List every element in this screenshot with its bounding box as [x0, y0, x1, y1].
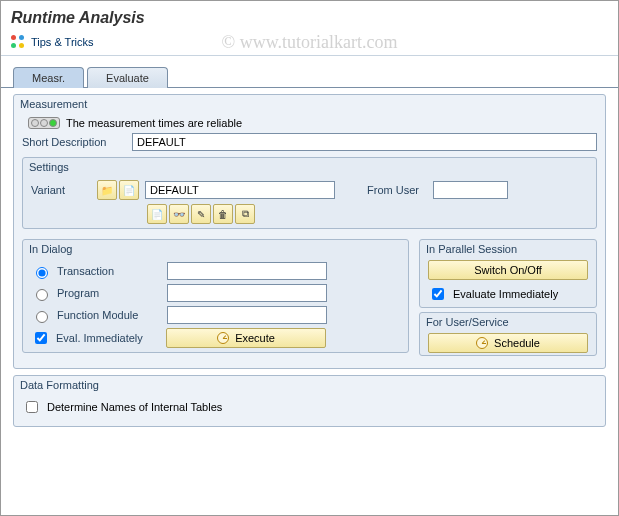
- in-dialog-title: In Dialog: [23, 240, 408, 258]
- parallel-title: In Parallel Session: [420, 240, 596, 258]
- in-dialog-group: In Dialog Transaction Program: [22, 239, 409, 353]
- variant-display-icon[interactable]: 📄: [119, 180, 139, 200]
- clock-icon: [217, 332, 229, 344]
- function-module-radio[interactable]: [36, 311, 48, 323]
- data-formatting-title: Data Formatting: [14, 376, 605, 394]
- execute-button[interactable]: Execute: [166, 328, 326, 348]
- tips-label: Tips & Tricks: [31, 36, 94, 48]
- transaction-radio[interactable]: [36, 267, 48, 279]
- eval-immediately-label: Eval. Immediately: [56, 332, 160, 344]
- short-desc-label: Short Description: [22, 136, 126, 148]
- delete-icon[interactable]: 🗑: [213, 204, 233, 224]
- function-module-input[interactable]: [167, 306, 327, 324]
- tab-content: Measurement The measurement times are re…: [1, 88, 618, 439]
- from-user-label: From User: [367, 184, 427, 196]
- display-icon[interactable]: 👓: [169, 204, 189, 224]
- schedule-button[interactable]: Schedule: [428, 333, 588, 353]
- program-label: Program: [57, 287, 161, 299]
- eval-immediately-check[interactable]: [35, 332, 47, 344]
- execute-label: Execute: [235, 332, 275, 344]
- data-formatting-group: Data Formatting Determine Names of Inter…: [13, 375, 606, 427]
- program-input[interactable]: [167, 284, 327, 302]
- change-icon[interactable]: ✎: [191, 204, 211, 224]
- variant-input[interactable]: [145, 181, 335, 199]
- traffic-light-icon: [28, 117, 60, 129]
- determine-names-check[interactable]: [26, 401, 38, 413]
- for-user-group: For User/Service Schedule: [419, 312, 597, 356]
- tab-strip: Measr. Evaluate: [1, 66, 618, 88]
- schedule-label: Schedule: [494, 337, 540, 349]
- transaction-label: Transaction: [57, 265, 161, 277]
- determine-names-label: Determine Names of Internal Tables: [47, 401, 222, 413]
- page-title: Runtime Analysis: [1, 1, 618, 31]
- create-icon[interactable]: 📄: [147, 204, 167, 224]
- transaction-input[interactable]: [167, 262, 327, 280]
- measurement-group: Measurement The measurement times are re…: [13, 94, 606, 369]
- settings-title: Settings: [23, 158, 596, 176]
- settings-group: Settings Variant 📁 📄 From User: [22, 157, 597, 229]
- function-module-label: Function Module: [57, 309, 161, 321]
- switch-onoff-button[interactable]: Switch On/Off: [428, 260, 588, 280]
- variant-label: Variant: [31, 184, 91, 196]
- parallel-session-group: In Parallel Session Switch On/Off Evalua…: [419, 239, 597, 308]
- evaluate-immediately-label: Evaluate Immediately: [453, 288, 558, 300]
- tips-tricks-button[interactable]: Tips & Tricks: [11, 35, 94, 49]
- tab-evaluate[interactable]: Evaluate: [87, 67, 168, 88]
- status-text: The measurement times are reliable: [66, 117, 242, 129]
- tab-measure[interactable]: Measr.: [13, 67, 84, 88]
- from-user-input[interactable]: [433, 181, 508, 199]
- measurement-title: Measurement: [14, 95, 605, 113]
- evaluate-immediately-check[interactable]: [432, 288, 444, 300]
- variant-select-icon[interactable]: 📁: [97, 180, 117, 200]
- program-radio[interactable]: [36, 289, 48, 301]
- tips-icon: [11, 35, 27, 49]
- toolbar: Tips & Tricks: [1, 31, 618, 56]
- for-user-title: For User/Service: [420, 313, 596, 331]
- short-desc-input[interactable]: [132, 133, 597, 151]
- switch-label: Switch On/Off: [474, 264, 542, 276]
- copy-icon[interactable]: ⧉: [235, 204, 255, 224]
- clock-icon: [476, 337, 488, 349]
